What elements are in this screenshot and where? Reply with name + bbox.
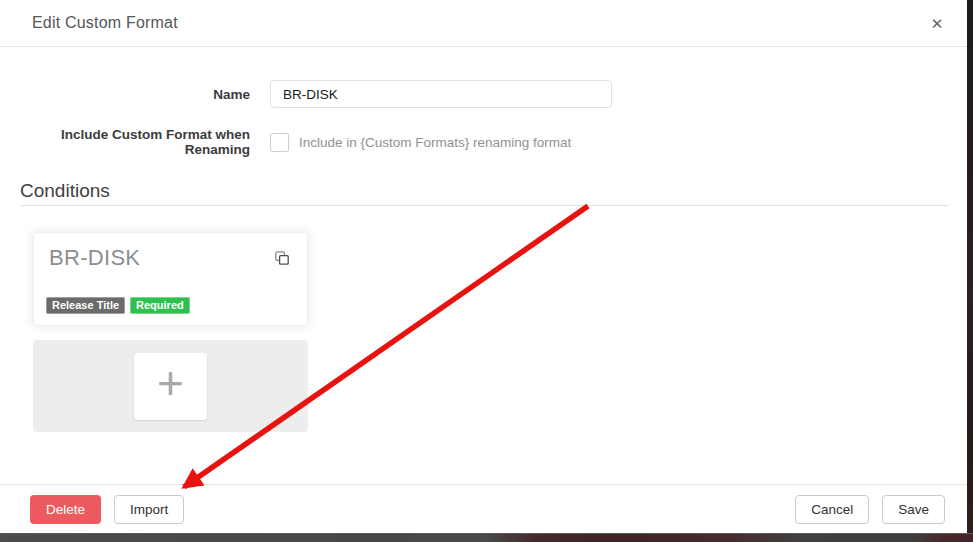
save-button[interactable]: Save <box>882 495 945 524</box>
renaming-checkbox[interactable] <box>270 133 289 152</box>
condition-card-title: BR-DISK <box>49 245 140 271</box>
add-condition-card: + <box>33 340 308 432</box>
background-page-bottom <box>0 533 973 542</box>
name-label: Name <box>0 87 250 102</box>
footer-left-buttons: Delete Import <box>30 495 184 524</box>
edit-custom-format-modal: Edit Custom Format ✕ Name Include Custom… <box>0 0 967 533</box>
modal-title: Edit Custom Format <box>32 14 178 32</box>
clone-icon[interactable] <box>275 251 289 265</box>
modal-header: Edit Custom Format ✕ <box>0 0 967 47</box>
close-icon[interactable]: ✕ <box>923 10 951 38</box>
background-page-right <box>967 0 973 542</box>
tag-release-title: Release Title <box>46 297 125 314</box>
renaming-checkbox-text: Include in {Custom Formats} renaming for… <box>299 135 571 150</box>
add-condition-button[interactable]: + <box>134 353 207 420</box>
condition-card-tags: Release Title Required <box>46 297 190 314</box>
name-input[interactable] <box>270 80 612 108</box>
conditions-heading: Conditions <box>20 180 110 202</box>
name-row: Name <box>0 80 612 108</box>
conditions-divider <box>20 205 949 206</box>
modal-footer: Delete Import Cancel Save <box>0 484 967 533</box>
cancel-button[interactable]: Cancel <box>795 495 869 524</box>
tag-required: Required <box>130 297 190 314</box>
delete-button[interactable]: Delete <box>30 495 101 524</box>
import-button[interactable]: Import <box>114 495 184 524</box>
renaming-label: Include Custom Format when Renaming <box>0 127 250 157</box>
renaming-row: Include Custom Format when Renaming Incl… <box>0 130 571 154</box>
condition-card[interactable]: BR-DISK Release Title Required <box>33 232 308 326</box>
footer-right-buttons: Cancel Save <box>795 495 945 524</box>
